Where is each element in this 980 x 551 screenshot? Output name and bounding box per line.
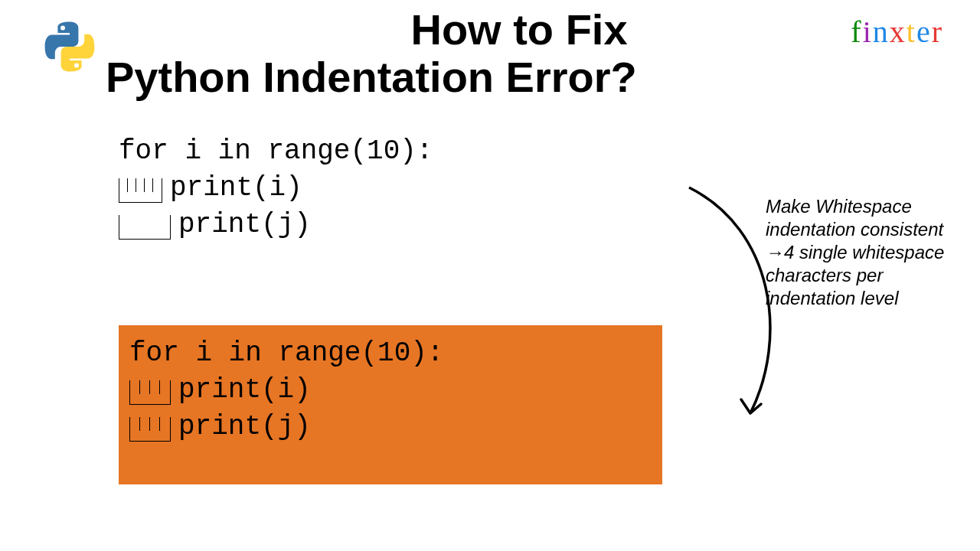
brand-logo: finxter: [851, 14, 943, 50]
brand-letter: t: [906, 15, 916, 49]
code-line: print(j): [129, 409, 652, 446]
brand-letter: f: [851, 15, 862, 49]
code-text: print(i): [178, 372, 311, 409]
title-line-1: How to Fix: [106, 6, 795, 54]
indent-marker-icon: [119, 178, 162, 203]
brand-letter: i: [863, 15, 873, 49]
code-line: print(j): [119, 207, 433, 244]
brand-letter: n: [873, 15, 890, 49]
code-line: print(i): [119, 171, 433, 207]
code-text: for i in range(10):: [119, 133, 433, 171]
python-logo-icon: [44, 21, 95, 75]
indent-marker-icon: [129, 380, 171, 405]
code-text: print(j): [178, 409, 311, 446]
explanatory-note: Make Whitespace indentation consistent →…: [766, 195, 949, 310]
code-text: print(j): [178, 207, 311, 244]
code-text: print(i): [170, 170, 302, 207]
brand-letter: r: [932, 15, 943, 49]
code-text: for i in range(10):: [129, 335, 443, 373]
brand-letter: e: [916, 15, 932, 49]
code-line: print(i): [129, 373, 652, 409]
title-line-2: Python Indentation Error?: [106, 54, 795, 101]
indent-marker-icon: [129, 417, 171, 442]
code-line: for i in range(10):: [129, 336, 652, 373]
indent-marker-icon: [119, 215, 171, 240]
code-block-good: for i in range(10): print(i) print(j): [119, 325, 662, 484]
code-block-bad: for i in range(10): print(i) print(j): [119, 134, 433, 244]
page-title: How to Fix Python Indentation Error?: [106, 6, 795, 100]
code-line: for i in range(10):: [119, 134, 433, 171]
brand-letter: x: [890, 15, 906, 49]
